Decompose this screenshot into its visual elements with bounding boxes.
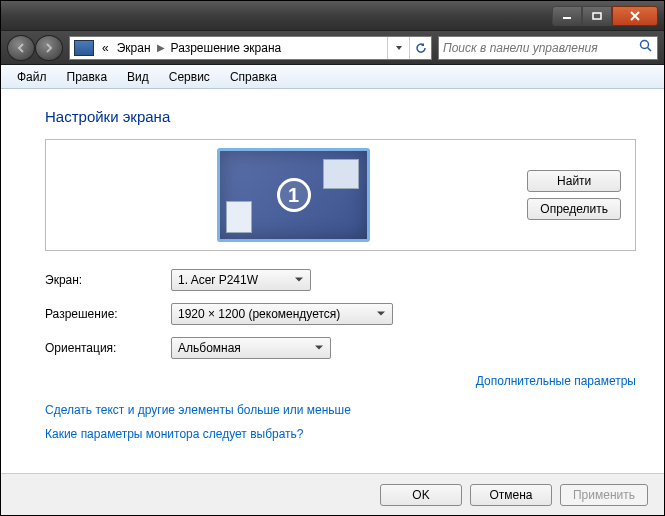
find-button[interactable]: Найти xyxy=(527,170,621,192)
resolution-select[interactable]: 1920 × 1200 (рекомендуется) xyxy=(171,303,393,325)
orientation-label: Ориентация: xyxy=(45,341,171,355)
address-bar[interactable]: « Экран ▶ Разрешение экрана xyxy=(69,36,432,60)
chevron-right-icon: ▶ xyxy=(155,42,167,53)
screen-select[interactable]: 1. Acer P241W xyxy=(171,269,311,291)
menu-help[interactable]: Справка xyxy=(220,67,287,87)
resolution-value: 1920 × 1200 (рекомендуется) xyxy=(178,307,340,321)
menu-file[interactable]: Файл xyxy=(7,67,57,87)
resolution-label: Разрешение: xyxy=(45,307,171,321)
refresh-button[interactable] xyxy=(409,37,431,59)
svg-rect-1 xyxy=(593,13,601,19)
apply-button[interactable]: Применить xyxy=(560,484,648,506)
search-input[interactable] xyxy=(443,41,639,55)
ok-button[interactable]: OK xyxy=(380,484,462,506)
svg-line-3 xyxy=(648,47,652,51)
preview-window-icon xyxy=(323,159,359,189)
control-panel-window: « Экран ▶ Разрешение экрана Файл Правка … xyxy=(0,0,665,516)
address-dropdown[interactable] xyxy=(387,37,409,59)
monitor-number: 1 xyxy=(277,178,311,212)
page-title: Настройки экрана xyxy=(45,108,636,125)
svg-point-2 xyxy=(641,40,649,48)
titlebar xyxy=(1,1,664,31)
screen-label: Экран: xyxy=(45,273,171,287)
menu-view[interactable]: Вид xyxy=(117,67,159,87)
identify-button[interactable]: Определить xyxy=(527,198,621,220)
minimize-button[interactable] xyxy=(552,6,582,26)
menu-tools[interactable]: Сервис xyxy=(159,67,220,87)
svg-rect-0 xyxy=(563,17,571,19)
back-button[interactable] xyxy=(7,35,35,61)
cancel-button[interactable]: Отмена xyxy=(470,484,552,506)
orientation-value: Альбомная xyxy=(178,341,241,355)
menu-bar: Файл Правка Вид Сервис Справка xyxy=(1,65,664,89)
breadcrumb-resolution[interactable]: Разрешение экрана xyxy=(167,37,286,59)
location-icon xyxy=(74,40,94,56)
monitor-preview[interactable]: 1 xyxy=(217,148,370,242)
preview-window-icon xyxy=(226,201,252,233)
which-monitor-link[interactable]: Какие параметры монитора следует выбрать… xyxy=(45,427,636,441)
orientation-select[interactable]: Альбомная xyxy=(171,337,331,359)
content-area: Настройки экрана 1 Найти Определить Экра… xyxy=(1,90,664,473)
navigation-bar: « Экран ▶ Разрешение экрана xyxy=(1,31,664,65)
menu-edit[interactable]: Правка xyxy=(57,67,118,87)
dialog-footer: OK Отмена Применить xyxy=(1,473,664,515)
forward-button[interactable] xyxy=(35,35,63,61)
display-preview-box: 1 Найти Определить xyxy=(45,139,636,251)
maximize-button[interactable] xyxy=(582,6,612,26)
screen-value: 1. Acer P241W xyxy=(178,273,258,287)
text-size-link[interactable]: Сделать текст и другие элементы больше и… xyxy=(45,403,636,417)
close-button[interactable] xyxy=(612,6,658,26)
search-box[interactable] xyxy=(438,36,658,60)
advanced-settings-link[interactable]: Дополнительные параметры xyxy=(476,374,636,388)
search-icon[interactable] xyxy=(639,39,653,57)
breadcrumb-screen[interactable]: Экран xyxy=(113,37,155,59)
breadcrumb-root[interactable]: « xyxy=(98,37,113,59)
